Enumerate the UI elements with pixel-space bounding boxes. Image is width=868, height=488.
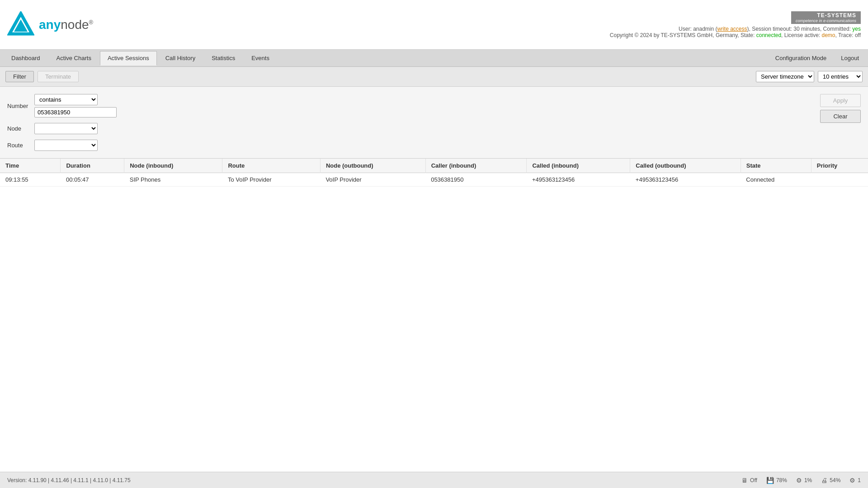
state-value: connected xyxy=(756,32,781,38)
col-node-outbound: Node (outbound) xyxy=(320,159,425,173)
license-value: demo xyxy=(821,32,835,38)
route-select[interactable] xyxy=(34,140,98,151)
filter-route-row: Route xyxy=(7,140,861,151)
nav-item-active-sessions[interactable]: Active Sessions xyxy=(100,51,157,66)
table-cell: To VoIP Provider xyxy=(222,173,320,187)
header: anynode® TE-SYSTEMS competence in e-comm… xyxy=(0,0,868,50)
table-container: Time Duration Node (inbound) Route Node … xyxy=(0,159,868,472)
col-called-outbound: Called (outbound) xyxy=(630,159,741,173)
nav-item-dashboard[interactable]: Dashboard xyxy=(4,51,48,66)
col-time: Time xyxy=(0,159,61,173)
logout-button[interactable]: Logout xyxy=(835,53,864,63)
number-condition-select[interactable]: contains equals starts with ends with xyxy=(34,94,98,105)
logo-tm: ® xyxy=(89,19,94,25)
filter-node-label: Node xyxy=(7,125,30,132)
col-node-inbound: Node (inbound) xyxy=(124,159,222,173)
monitor-stat: 🖥 Off xyxy=(741,477,757,484)
number-value-input[interactable] xyxy=(34,107,117,117)
filter-button[interactable]: Filter xyxy=(5,71,34,82)
table-cell: +495363123456 xyxy=(630,173,741,187)
logo-area: anynode® xyxy=(7,11,93,38)
memory-icon: 🖨 xyxy=(821,477,827,484)
clear-button[interactable]: Clear xyxy=(820,110,861,123)
brand-name: TE-SYSTEMS xyxy=(817,12,856,19)
terminate-button: Terminate xyxy=(38,71,79,82)
process-value: 1% xyxy=(804,477,812,483)
entries-select[interactable]: 10 entries 25 entries 50 entries 100 ent… xyxy=(818,71,863,82)
memory-stat: 🖨 54% xyxy=(821,477,840,484)
filter-actions: Apply Clear xyxy=(820,94,861,123)
sessions-icon: ⚙ xyxy=(849,477,855,484)
config-mode-button[interactable]: Configuration Mode xyxy=(770,53,832,63)
sessions-table: Time Duration Node (inbound) Route Node … xyxy=(0,159,868,187)
table-cell: +495363123456 xyxy=(527,173,630,187)
toolbar: Filter Terminate Server timezone Local t… xyxy=(0,67,868,87)
table-cell: 00:05:47 xyxy=(61,173,124,187)
footer: Version: 4.11.90 | 4.11.46 | 4.11.1 | 4.… xyxy=(0,472,868,488)
col-route: Route xyxy=(222,159,320,173)
anynode-logo xyxy=(7,11,34,38)
main-content: Number contains equals starts with ends … xyxy=(0,87,868,472)
table-header-row: Time Duration Node (inbound) Route Node … xyxy=(0,159,868,173)
table-cell: Connected xyxy=(741,173,811,187)
toolbar-right: Server timezone Local timezone 10 entrie… xyxy=(756,71,863,82)
table-cell: 09:13:55 xyxy=(0,173,61,187)
monitor-value: Off xyxy=(750,477,757,483)
filter-panel: Number contains equals starts with ends … xyxy=(0,87,868,159)
node-select[interactable] xyxy=(34,123,98,134)
version-info: Version: 4.11.90 | 4.11.46 | 4.11.1 | 4.… xyxy=(7,477,131,483)
nav-left: Dashboard Active Charts Active Sessions … xyxy=(4,51,277,66)
nav: Dashboard Active Charts Active Sessions … xyxy=(0,50,868,67)
col-state: State xyxy=(741,159,811,173)
nav-item-call-history[interactable]: Call History xyxy=(158,51,203,66)
table-body: 09:13:5500:05:47SIP PhonesTo VoIP Provid… xyxy=(0,173,868,187)
trace-value: off xyxy=(855,32,861,38)
session-info-line2: Copyright © 2024 by TE-SYSTEMS GmbH, Ger… xyxy=(610,32,861,38)
cpu-stat: 💾 78% xyxy=(766,477,787,484)
table-cell: SIP Phones xyxy=(124,173,222,187)
session-info-line1: User: anadmin (write access), Session ti… xyxy=(610,26,861,32)
committed: yes xyxy=(852,26,861,32)
table-row[interactable]: 09:13:5500:05:47SIP PhonesTo VoIP Provid… xyxy=(0,173,868,187)
col-duration: Duration xyxy=(61,159,124,173)
write-access-link[interactable]: write access xyxy=(717,26,747,32)
sessions-value: 1 xyxy=(858,477,861,483)
cpu-icon: 💾 xyxy=(766,477,774,484)
nav-item-statistics[interactable]: Statistics xyxy=(204,51,243,66)
filter-number-controls: contains equals starts with ends with xyxy=(34,94,117,117)
process-stat: ⚙ 1% xyxy=(796,477,812,484)
process-icon: ⚙ xyxy=(796,477,802,484)
logo-node: node xyxy=(61,18,89,32)
table-cell xyxy=(811,173,868,187)
filter-node-row: Node xyxy=(7,123,861,134)
filter-number-row: Number contains equals starts with ends … xyxy=(7,94,861,117)
col-called-inbound: Called (inbound) xyxy=(527,159,630,173)
logo-text: anynode® xyxy=(39,18,93,32)
col-caller-inbound: Caller (inbound) xyxy=(425,159,527,173)
brand-subtitle: competence in e-communications xyxy=(796,19,856,23)
memory-value: 54% xyxy=(830,477,840,483)
te-systems-badge: TE-SYSTEMS competence in e-communication… xyxy=(791,11,861,24)
table-cell: 0536381950 xyxy=(425,173,527,187)
footer-right: 🖥 Off 💾 78% ⚙ 1% 🖨 54% ⚙ 1 xyxy=(741,477,861,484)
username: anadmin xyxy=(693,26,714,32)
nav-item-active-charts[interactable]: Active Charts xyxy=(49,51,99,66)
timezone-select[interactable]: Server timezone Local timezone xyxy=(756,71,814,82)
sessions-stat: ⚙ 1 xyxy=(849,477,861,484)
apply-button: Apply xyxy=(820,94,861,107)
toolbar-left: Filter Terminate xyxy=(5,71,79,82)
nav-item-events[interactable]: Events xyxy=(244,51,277,66)
nav-right: Configuration Mode Logout xyxy=(770,53,864,63)
monitor-icon: 🖥 xyxy=(741,477,748,484)
header-right: TE-SYSTEMS competence in e-communication… xyxy=(610,11,861,38)
table-cell: VoIP Provider xyxy=(320,173,425,187)
filter-route-label: Route xyxy=(7,142,30,149)
logo-any: any xyxy=(39,18,61,32)
cpu-value: 78% xyxy=(776,477,787,483)
col-priority: Priority xyxy=(811,159,868,173)
timeout: 30 minutes xyxy=(793,26,820,32)
filter-number-label: Number xyxy=(7,103,30,109)
